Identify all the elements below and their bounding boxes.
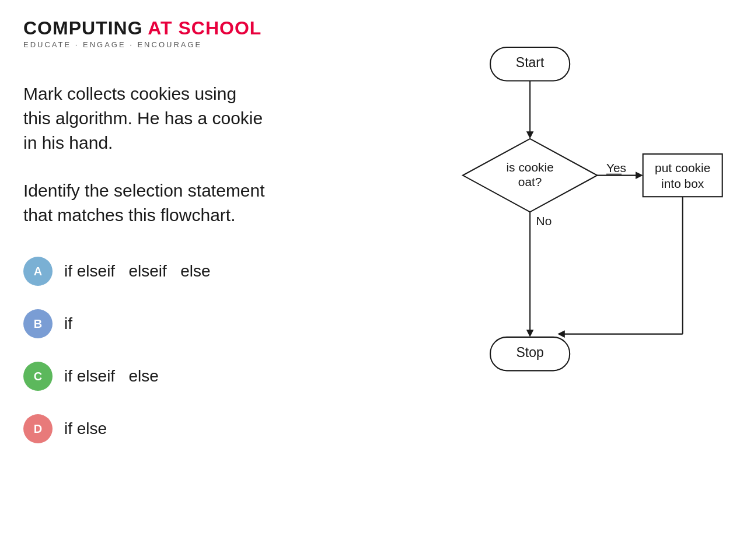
option-a[interactable]: A if elseif elseif else [23, 257, 268, 286]
svg-marker-12 [526, 330, 534, 337]
yes-label: Yes [606, 161, 626, 174]
action-line1: put cookie [655, 161, 710, 174]
start-label: Start [516, 55, 544, 70]
instruction-text: Identify the selection statement that ma… [23, 178, 268, 228]
svg-marker-2 [526, 131, 534, 139]
no-label: No [536, 214, 552, 228]
option-d[interactable]: D if else [23, 414, 268, 443]
description-text: Mark collects cookies using this algorit… [23, 82, 268, 155]
decision-line1: is cookie [506, 160, 553, 174]
logo-computing-word: COMPUTING [23, 18, 148, 38]
svg-marker-10 [557, 330, 565, 338]
badge-c: C [23, 362, 53, 391]
badge-a: A [23, 257, 53, 286]
svg-marker-6 [636, 172, 643, 179]
logo-tagline: EDUCATE · ENGAGE · ENCOURAGE [23, 40, 261, 49]
option-b-text: if [64, 314, 72, 333]
option-a-text: if elseif elseif else [64, 262, 211, 281]
option-b[interactable]: B if [23, 309, 268, 338]
left-content: Mark collects cookies using this algorit… [23, 82, 268, 443]
option-c-text: if elseif else [64, 367, 159, 386]
logo-at-school: AT SCHOOL [148, 18, 261, 38]
stop-label: Stop [516, 345, 543, 360]
svg-rect-7 [643, 154, 722, 197]
flowchart-svg: Start is cookie oat? Yes put cookie into… [374, 35, 735, 432]
flowchart: Start is cookie oat? Yes put cookie into… [374, 35, 735, 432]
logo-text: COMPUTING AT SCHOOL [23, 18, 261, 39]
decision-line2: oat? [518, 175, 542, 188]
badge-d: D [23, 414, 53, 443]
answer-options: A if elseif elseif else B if C if elseif… [23, 257, 268, 443]
logo: COMPUTING AT SCHOOL EDUCATE · ENGAGE · E… [23, 18, 261, 49]
option-c[interactable]: C if elseif else [23, 362, 268, 391]
option-d-text: if else [64, 419, 107, 438]
action-line2: into box [661, 177, 704, 190]
badge-b: B [23, 309, 53, 338]
